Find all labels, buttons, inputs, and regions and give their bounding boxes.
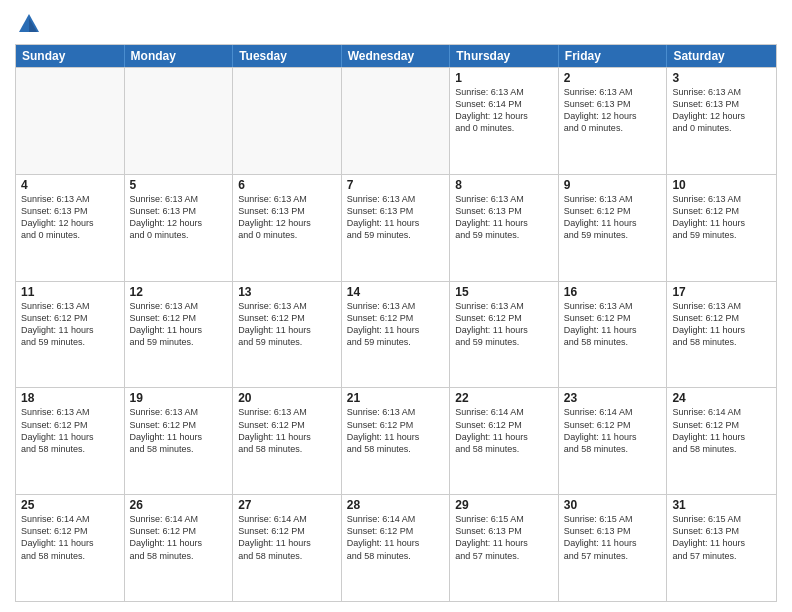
day-cell-17: 17Sunrise: 6:13 AM Sunset: 6:12 PM Dayli…: [667, 282, 776, 388]
day-number: 31: [672, 498, 771, 512]
day-number: 21: [347, 391, 445, 405]
calendar-row-5: 25Sunrise: 6:14 AM Sunset: 6:12 PM Dayli…: [16, 494, 776, 601]
day-info: Sunrise: 6:13 AM Sunset: 6:12 PM Dayligh…: [455, 300, 553, 349]
day-cell-20: 20Sunrise: 6:13 AM Sunset: 6:12 PM Dayli…: [233, 388, 342, 494]
day-cell-30: 30Sunrise: 6:15 AM Sunset: 6:13 PM Dayli…: [559, 495, 668, 601]
day-info: Sunrise: 6:13 AM Sunset: 6:12 PM Dayligh…: [130, 300, 228, 349]
empty-cell: [233, 68, 342, 174]
day-info: Sunrise: 6:13 AM Sunset: 6:13 PM Dayligh…: [564, 86, 662, 135]
day-info: Sunrise: 6:13 AM Sunset: 6:13 PM Dayligh…: [238, 193, 336, 242]
day-number: 19: [130, 391, 228, 405]
logo-icon: [15, 10, 43, 38]
day-number: 23: [564, 391, 662, 405]
day-number: 28: [347, 498, 445, 512]
day-cell-12: 12Sunrise: 6:13 AM Sunset: 6:12 PM Dayli…: [125, 282, 234, 388]
empty-cell: [16, 68, 125, 174]
calendar-row-1: 1Sunrise: 6:13 AM Sunset: 6:14 PM Daylig…: [16, 67, 776, 174]
day-number: 17: [672, 285, 771, 299]
day-cell-19: 19Sunrise: 6:13 AM Sunset: 6:12 PM Dayli…: [125, 388, 234, 494]
day-info: Sunrise: 6:14 AM Sunset: 6:12 PM Dayligh…: [238, 513, 336, 562]
day-number: 2: [564, 71, 662, 85]
calendar-row-3: 11Sunrise: 6:13 AM Sunset: 6:12 PM Dayli…: [16, 281, 776, 388]
day-number: 12: [130, 285, 228, 299]
header-day-wednesday: Wednesday: [342, 45, 451, 67]
day-number: 25: [21, 498, 119, 512]
day-info: Sunrise: 6:13 AM Sunset: 6:13 PM Dayligh…: [130, 193, 228, 242]
day-cell-1: 1Sunrise: 6:13 AM Sunset: 6:14 PM Daylig…: [450, 68, 559, 174]
calendar: SundayMondayTuesdayWednesdayThursdayFrid…: [15, 44, 777, 602]
day-info: Sunrise: 6:13 AM Sunset: 6:13 PM Dayligh…: [672, 86, 771, 135]
day-cell-6: 6Sunrise: 6:13 AM Sunset: 6:13 PM Daylig…: [233, 175, 342, 281]
calendar-body: 1Sunrise: 6:13 AM Sunset: 6:14 PM Daylig…: [16, 67, 776, 601]
calendar-row-2: 4Sunrise: 6:13 AM Sunset: 6:13 PM Daylig…: [16, 174, 776, 281]
day-info: Sunrise: 6:13 AM Sunset: 6:12 PM Dayligh…: [672, 300, 771, 349]
day-cell-23: 23Sunrise: 6:14 AM Sunset: 6:12 PM Dayli…: [559, 388, 668, 494]
day-cell-13: 13Sunrise: 6:13 AM Sunset: 6:12 PM Dayli…: [233, 282, 342, 388]
day-cell-14: 14Sunrise: 6:13 AM Sunset: 6:12 PM Dayli…: [342, 282, 451, 388]
day-cell-5: 5Sunrise: 6:13 AM Sunset: 6:13 PM Daylig…: [125, 175, 234, 281]
day-cell-11: 11Sunrise: 6:13 AM Sunset: 6:12 PM Dayli…: [16, 282, 125, 388]
day-cell-8: 8Sunrise: 6:13 AM Sunset: 6:13 PM Daylig…: [450, 175, 559, 281]
day-number: 6: [238, 178, 336, 192]
day-number: 30: [564, 498, 662, 512]
day-number: 7: [347, 178, 445, 192]
day-number: 14: [347, 285, 445, 299]
day-number: 10: [672, 178, 771, 192]
day-number: 3: [672, 71, 771, 85]
empty-cell: [125, 68, 234, 174]
header-day-tuesday: Tuesday: [233, 45, 342, 67]
day-info: Sunrise: 6:14 AM Sunset: 6:12 PM Dayligh…: [564, 406, 662, 455]
day-cell-9: 9Sunrise: 6:13 AM Sunset: 6:12 PM Daylig…: [559, 175, 668, 281]
day-info: Sunrise: 6:14 AM Sunset: 6:12 PM Dayligh…: [130, 513, 228, 562]
day-number: 11: [21, 285, 119, 299]
day-info: Sunrise: 6:15 AM Sunset: 6:13 PM Dayligh…: [455, 513, 553, 562]
day-cell-21: 21Sunrise: 6:13 AM Sunset: 6:12 PM Dayli…: [342, 388, 451, 494]
header-day-saturday: Saturday: [667, 45, 776, 67]
day-number: 15: [455, 285, 553, 299]
day-cell-24: 24Sunrise: 6:14 AM Sunset: 6:12 PM Dayli…: [667, 388, 776, 494]
logo: [15, 10, 47, 38]
day-info: Sunrise: 6:14 AM Sunset: 6:12 PM Dayligh…: [672, 406, 771, 455]
header-day-sunday: Sunday: [16, 45, 125, 67]
day-info: Sunrise: 6:13 AM Sunset: 6:12 PM Dayligh…: [130, 406, 228, 455]
day-number: 22: [455, 391, 553, 405]
day-number: 8: [455, 178, 553, 192]
day-info: Sunrise: 6:14 AM Sunset: 6:12 PM Dayligh…: [455, 406, 553, 455]
day-number: 1: [455, 71, 553, 85]
calendar-header: SundayMondayTuesdayWednesdayThursdayFrid…: [16, 45, 776, 67]
day-info: Sunrise: 6:13 AM Sunset: 6:12 PM Dayligh…: [21, 406, 119, 455]
day-cell-28: 28Sunrise: 6:14 AM Sunset: 6:12 PM Dayli…: [342, 495, 451, 601]
day-number: 20: [238, 391, 336, 405]
day-cell-18: 18Sunrise: 6:13 AM Sunset: 6:12 PM Dayli…: [16, 388, 125, 494]
day-number: 9: [564, 178, 662, 192]
day-info: Sunrise: 6:15 AM Sunset: 6:13 PM Dayligh…: [564, 513, 662, 562]
day-cell-22: 22Sunrise: 6:14 AM Sunset: 6:12 PM Dayli…: [450, 388, 559, 494]
empty-cell: [342, 68, 451, 174]
header-day-friday: Friday: [559, 45, 668, 67]
day-cell-26: 26Sunrise: 6:14 AM Sunset: 6:12 PM Dayli…: [125, 495, 234, 601]
day-info: Sunrise: 6:13 AM Sunset: 6:13 PM Dayligh…: [21, 193, 119, 242]
day-info: Sunrise: 6:15 AM Sunset: 6:13 PM Dayligh…: [672, 513, 771, 562]
day-number: 18: [21, 391, 119, 405]
day-info: Sunrise: 6:13 AM Sunset: 6:14 PM Dayligh…: [455, 86, 553, 135]
day-info: Sunrise: 6:13 AM Sunset: 6:12 PM Dayligh…: [564, 193, 662, 242]
page-header: [15, 10, 777, 38]
day-cell-3: 3Sunrise: 6:13 AM Sunset: 6:13 PM Daylig…: [667, 68, 776, 174]
day-cell-15: 15Sunrise: 6:13 AM Sunset: 6:12 PM Dayli…: [450, 282, 559, 388]
day-number: 27: [238, 498, 336, 512]
day-info: Sunrise: 6:13 AM Sunset: 6:13 PM Dayligh…: [347, 193, 445, 242]
day-cell-16: 16Sunrise: 6:13 AM Sunset: 6:12 PM Dayli…: [559, 282, 668, 388]
day-cell-31: 31Sunrise: 6:15 AM Sunset: 6:13 PM Dayli…: [667, 495, 776, 601]
day-info: Sunrise: 6:13 AM Sunset: 6:12 PM Dayligh…: [564, 300, 662, 349]
day-info: Sunrise: 6:14 AM Sunset: 6:12 PM Dayligh…: [21, 513, 119, 562]
day-info: Sunrise: 6:13 AM Sunset: 6:12 PM Dayligh…: [238, 406, 336, 455]
day-cell-2: 2Sunrise: 6:13 AM Sunset: 6:13 PM Daylig…: [559, 68, 668, 174]
day-number: 4: [21, 178, 119, 192]
day-cell-27: 27Sunrise: 6:14 AM Sunset: 6:12 PM Dayli…: [233, 495, 342, 601]
day-number: 13: [238, 285, 336, 299]
day-cell-4: 4Sunrise: 6:13 AM Sunset: 6:13 PM Daylig…: [16, 175, 125, 281]
day-info: Sunrise: 6:13 AM Sunset: 6:12 PM Dayligh…: [238, 300, 336, 349]
day-info: Sunrise: 6:13 AM Sunset: 6:12 PM Dayligh…: [347, 300, 445, 349]
day-number: 29: [455, 498, 553, 512]
day-info: Sunrise: 6:13 AM Sunset: 6:12 PM Dayligh…: [672, 193, 771, 242]
